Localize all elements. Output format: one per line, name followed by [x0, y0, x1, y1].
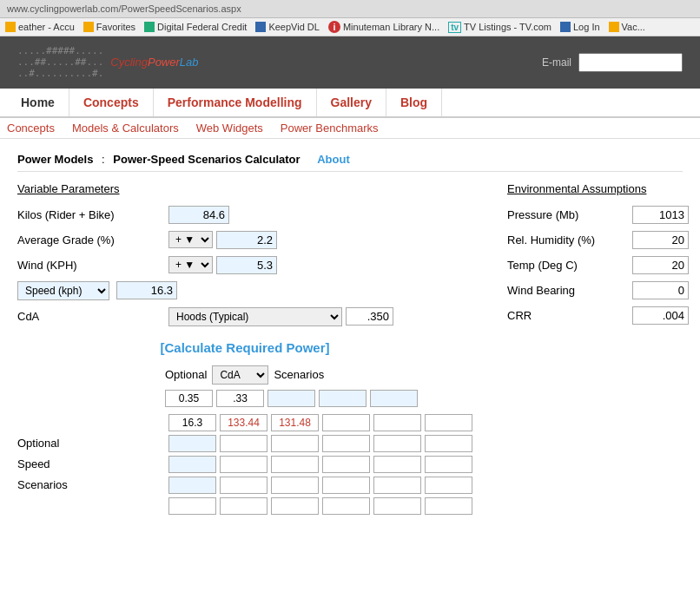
scenario-input-1[interactable] — [165, 390, 213, 407]
humidity-input[interactable] — [632, 231, 689, 249]
bookmark-label-digital: Digital Federal Credit — [157, 22, 247, 32]
bookmark-digital[interactable]: Digital Federal Credit — [144, 22, 247, 32]
speed-result-6[interactable] — [425, 456, 472, 473]
bookmark-label-login: Log In — [573, 22, 600, 32]
nav-performance-modelling[interactable]: Performance Modelling — [154, 89, 317, 116]
kilos-input[interactable] — [168, 206, 229, 224]
scenarios-result-4[interactable] — [322, 477, 370, 494]
speed-result-2[interactable] — [220, 456, 267, 473]
calculate-button[interactable]: [Calculate Required Power] — [160, 340, 329, 355]
scenario-input-4[interactable] — [319, 390, 367, 407]
wind-stepper: + ▼ - ▼ — [168, 256, 213, 273]
wind-stepper-select[interactable]: + ▼ - ▼ — [168, 256, 213, 273]
pressure-input[interactable] — [632, 206, 689, 224]
bookmark-vac[interactable]: Vac... — [609, 22, 645, 32]
crr-row: CRR — [507, 306, 698, 325]
breadcrumb: Power Models : Power-Speed Scenarios Cal… — [17, 148, 683, 172]
speed-result-3[interactable] — [271, 456, 319, 473]
grade-stepper-select[interactable]: + ▼ - ▼ — [168, 231, 213, 248]
optional-input-4[interactable] — [322, 435, 370, 452]
scenarios-result-5[interactable] — [373, 477, 421, 494]
scenarios-result-2[interactable] — [220, 477, 267, 494]
kilos-label: Kilos (Rider + Bike) — [17, 208, 165, 221]
wind-input[interactable] — [216, 256, 277, 274]
nav-gallery[interactable]: Gallery — [317, 89, 386, 116]
email-input[interactable] — [578, 53, 683, 72]
result-val-5[interactable] — [425, 414, 472, 431]
browser-bar: www.cyclingpowerlab.com/PowerSpeedScenar… — [0, 0, 700, 18]
speed-select[interactable]: Speed (kph) Power (Watts) — [17, 281, 109, 300]
bookmark-icon-minuteman: i — [328, 21, 340, 33]
scenarios-results-row: Scenarios — [17, 477, 472, 494]
subnav-benchmarks[interactable]: Power Benchmarks — [281, 122, 379, 135]
cda-row: CdA Hoods (Typical) Drops Aero Bars Cust… — [17, 307, 472, 326]
scenarios-result-1[interactable] — [168, 477, 216, 494]
speed-result-1[interactable] — [168, 456, 216, 473]
result-val-2[interactable] — [271, 414, 319, 431]
right-column: Environmental Assumptions Pressure (Mb) … — [507, 182, 698, 518]
bookmark-label-favorites: Favorites — [96, 22, 135, 32]
optional-input-1[interactable] — [168, 435, 216, 452]
sub-nav: Concepts Models & Calculators Web Widget… — [0, 118, 700, 139]
result-val-3[interactable] — [322, 414, 370, 431]
speed-input[interactable] — [116, 281, 177, 299]
last-result-2[interactable] — [220, 497, 267, 515]
temp-input[interactable] — [632, 256, 689, 274]
speed-result-5[interactable] — [373, 456, 421, 473]
bookmark-keepvid[interactable]: KeepVid DL — [255, 22, 320, 32]
scenario-input-5[interactable] — [370, 390, 418, 407]
bookmark-icon-weather — [5, 22, 16, 32]
scenarios-area: Optional CdA Speed Grade Scenarios — [17, 365, 472, 515]
cda-select[interactable]: Hoods (Typical) Drops Aero Bars Custom — [168, 307, 342, 326]
optional-input-3[interactable] — [271, 435, 319, 452]
scenario-input-3[interactable] — [267, 390, 315, 407]
temp-label: Temp (Deg C) — [507, 259, 629, 272]
optional-input-5[interactable] — [373, 435, 421, 452]
scenarios-type-select[interactable]: CdA Speed Grade — [212, 365, 268, 385]
last-result-3[interactable] — [271, 497, 319, 515]
wind-label: Wind (KPH) — [17, 259, 165, 272]
subnav-models[interactable]: Models & Calculators — [72, 122, 179, 135]
speed-results-row: Speed — [17, 456, 472, 473]
bookmark-tv[interactable]: tv TV Listings - TV.com — [448, 22, 551, 33]
scenarios-result-3[interactable] — [271, 477, 319, 494]
humidity-label: Rel. Humidity (%) — [507, 233, 629, 247]
cda-label: CdA — [17, 310, 165, 323]
optional-row-label: Optional — [17, 437, 165, 450]
breadcrumb-power-models[interactable]: Power Models — [17, 153, 93, 166]
scenarios-result-6[interactable] — [425, 477, 472, 494]
crr-input[interactable] — [632, 306, 689, 325]
page-content: Power Models : Power-Speed Scenarios Cal… — [0, 139, 700, 527]
subnav-concepts[interactable]: Concepts — [7, 122, 55, 135]
last-results-row — [17, 497, 472, 515]
last-result-4[interactable] — [322, 497, 370, 515]
left-column: Variable Parameters Kilos (Rider + Bike)… — [17, 182, 472, 518]
last-result-6[interactable] — [425, 497, 472, 515]
subnav-widgets[interactable]: Web Widgets — [196, 122, 263, 135]
about-link[interactable]: About — [317, 153, 350, 166]
optional-input-6[interactable] — [425, 435, 472, 452]
nav-blog[interactable]: Blog — [386, 89, 442, 116]
logo-lab: Lab — [180, 56, 199, 69]
last-result-5[interactable] — [373, 497, 421, 515]
wind-bearing-input[interactable] — [632, 281, 689, 299]
scenario-input-2[interactable] — [216, 390, 264, 407]
grade-input[interactable] — [216, 231, 277, 249]
last-result-1[interactable] — [168, 497, 216, 515]
bookmark-icon-login — [560, 22, 571, 32]
result-speed[interactable] — [168, 414, 216, 431]
speed-result-4[interactable] — [322, 456, 370, 473]
bookmark-minuteman[interactable]: i Minuteman Library N... — [328, 21, 439, 33]
nav-home[interactable]: Home — [7, 89, 69, 116]
email-area: E-mail — [542, 53, 683, 72]
nav-concepts[interactable]: Concepts — [69, 89, 154, 116]
bookmark-weather[interactable]: eather - Accu — [5, 22, 75, 32]
optional-input-2[interactable] — [220, 435, 267, 452]
browser-url: www.cyclingpowerlab.com/PowerSpeedScenar… — [7, 3, 241, 14]
bookmark-login[interactable]: Log In — [560, 22, 600, 32]
cda-input[interactable] — [346, 307, 393, 326]
bookmark-favorites[interactable]: Favorites — [83, 22, 135, 32]
result-val-1[interactable] — [220, 414, 267, 431]
main-layout: Variable Parameters Kilos (Rider + Bike)… — [17, 182, 683, 518]
result-val-4[interactable] — [373, 414, 421, 431]
